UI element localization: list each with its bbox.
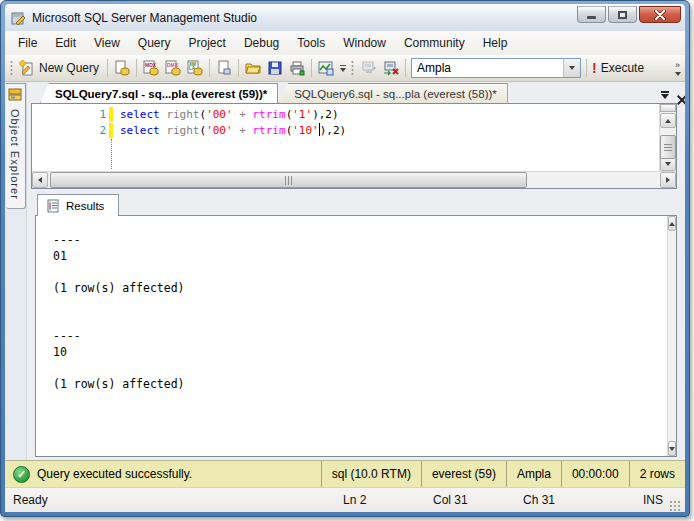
object-explorer-label: Object Explorer [9,109,21,200]
change-connection-icon [383,60,399,76]
connect-button[interactable] [358,57,380,79]
editor-view[interactable]: 1select right('00' + rtrim('1'),2)2selec… [32,104,659,171]
split-handle[interactable] [660,104,676,112]
column-indicator: Col 31 [433,493,523,507]
editor-vertical-scrollbar[interactable] [659,104,676,171]
open-file-button[interactable] [242,57,264,79]
open-document-button[interactable] [213,57,235,79]
new-query-label: New Query [39,61,102,75]
scroll-track[interactable] [660,128,676,156]
scroll-track[interactable] [48,172,660,188]
print-button[interactable] [286,57,308,79]
triangle-up-icon [665,119,671,123]
scroll-track[interactable] [668,231,676,441]
toolbar-separator [107,59,108,77]
svg-text:MDX: MDX [145,62,157,68]
status-cell-duration: 00:00:00 [561,461,629,487]
database-combo-value: Ampla [412,61,563,75]
change-connection-button[interactable] [380,57,402,79]
available-databases-combo[interactable]: Ampla [411,58,581,78]
tab-sqlquery7[interactable]: SQLQuery7.sql - sq...pla (everest (59))* [40,83,278,103]
scroll-left-button[interactable] [32,172,48,188]
toolbar-grip[interactable] [351,60,354,76]
mdx-query-button[interactable]: MDX [140,57,162,79]
database-engine-query-button[interactable] [111,57,133,79]
open-folder-icon [245,60,261,76]
restore-button[interactable] [608,6,637,23]
activity-monitor-button[interactable] [315,57,337,79]
status-cells: sql (10.0 RTM)everest (59)Ampla00:00:002… [321,461,685,487]
menu-file[interactable]: File [9,33,46,53]
close-button[interactable] [639,6,681,23]
toolbar-overflow-button-right[interactable]: » [672,61,683,76]
menu-community[interactable]: Community [395,33,474,53]
svg-text:DMX: DMX [167,62,179,68]
object-explorer-icon [7,87,23,103]
menu-query[interactable]: Query [129,33,180,53]
results-tab[interactable]: Results [37,194,119,216]
menu-debug[interactable]: Debug [235,33,288,53]
combo-dropdown-button[interactable] [563,59,580,77]
dmx-query-icon: DMX [165,60,181,76]
active-files-dropdown-button[interactable] [661,91,669,99]
menu-window[interactable]: Window [334,33,395,53]
scroll-down-button[interactable] [668,441,676,456]
title-bar[interactable]: Microsoft SQL Server Management Studio [5,4,685,31]
document-icon [216,60,232,76]
execute-button[interactable]: ! Execute [590,57,649,79]
mdx-query-icon: MDX [143,60,159,76]
object-explorer-strip: Object Explorer [5,82,27,460]
menu-tools[interactable]: Tools [288,33,334,53]
new-query-icon [19,60,35,76]
code-editor[interactable]: 1select right('00' + rtrim('1'),2)2selec… [31,103,677,189]
thumb-grip [285,176,292,185]
save-button[interactable] [264,57,286,79]
results-vertical-scrollbar[interactable] [667,216,676,456]
toolbar-overflow-button[interactable] [337,65,348,72]
line-number: 2 [32,124,106,137]
minimize-button[interactable] [577,6,606,23]
menu-edit[interactable]: Edit [46,33,85,53]
toolbar-separator [136,59,137,77]
save-icon [267,60,283,76]
editor-horizontal-scrollbar[interactable] [32,171,676,188]
menu-view[interactable]: View [85,33,129,53]
insert-mode-indicator: INS [613,493,669,507]
menu-help[interactable]: Help [474,33,517,53]
success-check-icon: ✓ [13,466,30,483]
toolbar: New Query MDX [5,55,685,82]
restore-icon [618,11,627,19]
main-area: Object Explorer SQLQuery7.sql - sq...pla… [5,82,685,460]
scroll-thumb[interactable] [660,135,676,159]
minimize-icon [587,16,596,19]
execute-icon: ! [592,61,597,75]
xmla-query-button[interactable]: XM LA [184,57,206,79]
resize-grip[interactable] [669,500,681,512]
toolbar-grip[interactable] [10,60,13,76]
scroll-up-button[interactable] [660,113,676,128]
dmx-query-button[interactable]: DMX [162,57,184,79]
database-engine-query-icon [114,60,130,76]
triangle-down-icon [669,447,675,451]
chevron-down-icon [340,68,346,72]
close-icon [654,10,666,20]
document-tabs: SQLQuery7.sql - sq...pla (everest (59))*… [40,83,509,103]
code-lines: 1select right('00' + rtrim('1'),2)2selec… [32,106,659,138]
overflow-bar-icon [340,65,346,66]
execute-label: Execute [601,61,647,75]
results-box: ---- 01 (1 row(s) affected) ---- 10 (1 r… [35,215,677,457]
new-query-button[interactable]: New Query [17,57,104,79]
results-panel: Results ---- 01 (1 row(s) affected) ----… [35,194,677,457]
scroll-right-button[interactable] [660,172,676,188]
menu-project[interactable]: Project [180,33,235,53]
code-line: 1select right('00' + rtrim('1'),2) [32,106,659,122]
scroll-up-button[interactable] [668,216,676,231]
scroll-thumb[interactable] [50,172,527,188]
code-text: select right('00' + rtrim('1'),2) [113,108,339,121]
triangle-up-icon [669,222,675,226]
char-indicator: Ch 31 [523,493,613,507]
object-explorer-tab[interactable]: Object Explorer [6,83,26,209]
line-indicator: Ln 2 [343,493,433,507]
line-number: 1 [32,108,106,121]
tab-sqlquery6[interactable]: SQLQuery6.sql - sq...pla (everest (58))* [279,83,508,103]
